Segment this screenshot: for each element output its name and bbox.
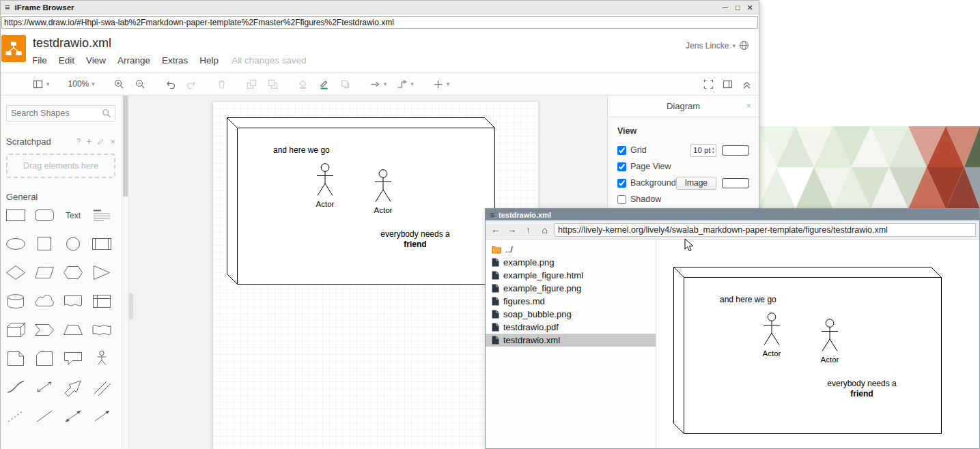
grid-size-stepper[interactable]: ▴ ▾ [711,146,716,154]
toolbar-collapse-button[interactable] [741,78,753,90]
minimize-button[interactable]: ─ [719,2,731,12]
general-section-label[interactable]: General [6,192,116,202]
shape-internal-storage-button[interactable] [87,292,116,310]
panel-close-icon[interactable]: × [746,100,751,111]
shape-textbox-button[interactable] [87,206,116,224]
grid-checkbox[interactable] [617,146,626,155]
shape-bidirectional-arrow-button[interactable] [30,378,59,396]
menu-extras[interactable]: Extras [162,55,188,66]
background-checkbox[interactable] [617,179,626,188]
sidebar-collapse-handle[interactable] [129,293,133,319]
close-button[interactable]: × [744,2,756,12]
toolbar-fit-page-button[interactable] [703,78,714,90]
toolbar-format-panel-button[interactable] [722,78,733,90]
shape-actor-button[interactable] [87,349,116,368]
help-icon[interactable]: ? [76,137,81,145]
shape-tape-button[interactable] [87,321,116,339]
shape-triangle-button[interactable] [87,263,116,282]
address-bar-input[interactable] [1,16,758,29]
pencil-icon[interactable] [97,138,104,145]
forward-button[interactable]: → [505,223,518,236]
diagram-group[interactable]: and here we go Actor [227,117,495,285]
actor-shape[interactable]: Actor [310,163,340,208]
shape-document-button[interactable] [59,292,87,310]
toolbar-to-back-button[interactable] [267,78,279,90]
hamburger-icon[interactable]: ≡ [5,2,10,12]
toolbar-zoom-in-button[interactable] [113,78,125,90]
file-row--[interactable]: ../ [486,243,656,256]
grid-size-input[interactable] [691,146,711,154]
shape-note-button[interactable] [1,349,30,368]
panel-tab-diagram[interactable]: Diagram [667,101,700,111]
file-row-soap-bubble-png[interactable]: soap_bubble.png [486,308,656,321]
shape-step-button[interactable] [30,321,59,339]
maximize-button[interactable]: □ [731,2,744,12]
toolbar-line-color-button[interactable] [318,78,330,90]
toolbar-zoom-level-button[interactable]: 100%▾ [68,79,95,89]
shape-curve-button[interactable] [1,378,30,396]
shape-link-button[interactable] [87,378,116,396]
scrollbar-thumb[interactable] [123,96,128,197]
toolbar-insert-button[interactable]: ▾ [432,78,450,90]
back-button[interactable]: ← [489,223,502,236]
menu-view[interactable]: View [86,55,106,66]
shape-square-button[interactable] [30,235,59,253]
diagram-note-text[interactable]: everybody needs a friend [370,229,460,249]
search-shapes-input[interactable] [6,105,115,121]
scratchpad-drop-area[interactable]: Drag elements here [6,154,115,178]
up-button[interactable]: ↑ [522,223,535,236]
shape-hexagon-button[interactable] [59,263,87,282]
language-globe-icon[interactable] [739,40,749,50]
menu-file[interactable]: File [32,55,47,66]
shape-process-button[interactable] [87,235,116,253]
sidebar-scrollbar[interactable] [122,96,129,449]
shape-parallelogram-button[interactable] [30,263,59,282]
toolbar-redo-button[interactable] [186,78,197,90]
shape-dashed-line-button[interactable] [1,407,30,425]
shape-circle-button[interactable] [59,235,87,253]
drawio-logo[interactable] [1,35,26,62]
toolbar-undo-button[interactable] [165,78,176,90]
spin-down-icon[interactable]: ▾ [712,150,714,154]
window-titlebar[interactable]: ≡ testdrawio.xml [486,209,979,220]
home-button[interactable]: ⌂ [538,223,551,236]
shape-card-button[interactable] [30,349,59,368]
menu-help[interactable]: Help [199,55,219,66]
page-view-checkbox[interactable] [617,162,626,171]
shadow-checkbox[interactable] [617,195,626,204]
background-color-swatch[interactable] [722,178,749,188]
shape-trapezoid-button[interactable] [59,321,87,339]
shape-arrow-button[interactable] [59,378,87,396]
toolbar-waypoints-button[interactable]: ▾ [396,78,414,90]
toolbar-zoom-out-button[interactable] [135,78,146,90]
shape-rounded-rectangle-button[interactable] [30,206,59,224]
file-address-input[interactable] [555,223,976,237]
menu-arrange[interactable]: Arrange [117,55,150,66]
toolbar-page-view-button[interactable]: ▾ [32,78,50,90]
shape-ellipse-button[interactable] [1,235,30,253]
shape-diamond-button[interactable] [1,263,30,282]
toolbar-fill-color-button[interactable] [297,78,309,90]
grid-color-swatch[interactable] [722,145,749,156]
background-image-button[interactable]: Image [676,177,716,190]
menu-edit[interactable]: Edit [59,55,74,66]
hamburger-icon[interactable]: ≡ [490,210,494,220]
toolbar-connection-button[interactable]: ▾ [369,78,387,90]
shape-cylinder-button[interactable] [1,292,30,310]
scratchpad-close-icon[interactable]: × [110,136,115,147]
shape-rectangle-button[interactable] [1,206,30,224]
shape-cube-button[interactable] [1,321,30,339]
shape-directional-connector-button[interactable] [87,407,116,425]
shape-callout-button[interactable] [59,349,87,368]
file-row-figures-md[interactable]: figures.md [486,295,656,308]
diagram-caption-text[interactable]: and here we go [273,145,330,155]
add-icon[interactable]: + [86,136,92,147]
shape-cloud-button[interactable] [30,292,59,310]
toolbar-shadow-button[interactable] [339,78,351,90]
actor-shape[interactable]: Actor [368,169,398,214]
shape-line-button[interactable] [30,407,59,425]
shape-bidirectional-connector-button[interactable] [59,407,87,425]
shape-text-button[interactable]: Text [59,206,87,224]
toolbar-to-front-button[interactable] [246,78,257,90]
file-row-example-figure-png[interactable]: example_figure.png [486,282,656,295]
